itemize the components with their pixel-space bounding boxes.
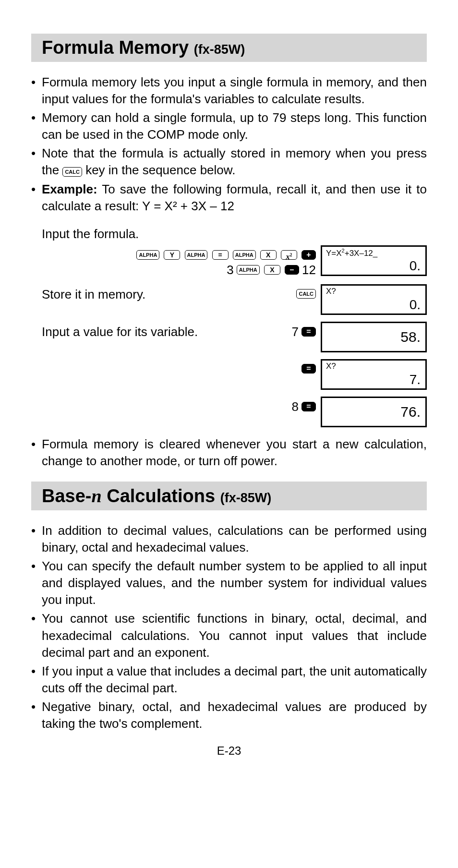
x-squared-key-icon: x2 xyxy=(281,250,297,260)
exe-key-icon: = xyxy=(301,327,316,337)
key-sequence-2: CALC xyxy=(296,284,321,300)
page-number: E-23 xyxy=(31,744,427,758)
store-label: Store it in memory. xyxy=(42,284,296,302)
bullet3-post: key in the sequence below. xyxy=(82,163,235,177)
alpha-key-icon: ALPHA xyxy=(237,265,260,275)
exe-key-icon: = xyxy=(301,402,316,411)
section-formula-memory-title: Formula Memory (fx-85W) xyxy=(31,34,427,62)
key-sequence-5: 8 = xyxy=(291,397,321,414)
equals-key-icon: = xyxy=(212,250,229,260)
minus-key-icon: – xyxy=(285,265,299,275)
title-pre: Base- xyxy=(42,486,92,506)
calc-key-icon: CALC xyxy=(62,167,82,177)
display-top: X? xyxy=(326,362,422,371)
y-key-icon: Y xyxy=(164,250,180,260)
display-value: 7. xyxy=(410,372,421,387)
bullet-item: Negative binary, octal, and hexadecimal … xyxy=(31,699,427,732)
exe-key-icon: = xyxy=(301,364,316,374)
formula-memory-clear-bullet: Formula memory is cleared whenever you s… xyxy=(31,436,427,470)
bullet-item: Memory can hold a single formula, up to … xyxy=(31,109,427,143)
calc-key-icon: CALC xyxy=(296,289,316,299)
display-value: 76. xyxy=(400,404,421,420)
bullet-item: If you input a value that includes a dec… xyxy=(31,663,427,697)
calc-display-5: 76. xyxy=(321,397,427,427)
bullet-item: Formula memory is cleared whenever you s… xyxy=(31,436,427,470)
digit-3: 3 xyxy=(227,263,233,277)
display-top: Y=X2+3X–12_ xyxy=(326,248,422,258)
calc-display-3: 58. xyxy=(321,322,427,352)
title-model: (fx-85W) xyxy=(194,42,245,57)
bullet-item: Formula memory lets you input a single f… xyxy=(31,74,427,108)
plus-key-icon: + xyxy=(301,250,316,260)
key-sequence-4: = xyxy=(301,359,321,374)
x-key-icon: X xyxy=(260,250,277,260)
calc-display-1: Y=X2+3X–12_ 0. xyxy=(321,245,427,276)
display-value: 0. xyxy=(410,258,421,274)
calc-display-2: X? 0. xyxy=(321,284,427,315)
alpha-key-icon: ALPHA xyxy=(136,250,159,260)
key-sequence-3: 7 = xyxy=(291,322,321,339)
bullet-item: Note that the formula is actually stored… xyxy=(31,145,427,179)
example-bullet: Example: To save the following formula, … xyxy=(31,181,427,215)
bullet-item: You cannot use scientific functions in b… xyxy=(31,610,427,661)
sequence-area: ALPHA Y ALPHA = ALPHA X x2 + 3 ALPHA X –… xyxy=(42,245,427,427)
example-text: To save the following formula, recall it… xyxy=(42,182,427,213)
key-sequence-1: ALPHA Y ALPHA = ALPHA X x2 + 3 ALPHA X –… xyxy=(136,245,321,277)
title-post: Calculations xyxy=(102,486,220,506)
display-value: 58. xyxy=(400,329,421,345)
formula-memory-bullets: Formula memory lets you input a single f… xyxy=(31,74,427,215)
digit-12: 12 xyxy=(302,263,316,277)
display-value: 0. xyxy=(410,297,421,313)
x-key-icon: X xyxy=(264,265,280,275)
base-n-bullets: In addition to decimal values, calculati… xyxy=(31,522,427,732)
digit-7: 7 xyxy=(291,325,298,339)
title-main: Formula Memory xyxy=(42,37,194,58)
title-model: (fx-85W) xyxy=(220,491,272,505)
example-label: Example: xyxy=(42,182,97,196)
alpha-key-icon: ALPHA xyxy=(233,250,256,260)
digit-8: 8 xyxy=(291,399,298,414)
display-top: X? xyxy=(326,287,422,296)
calc-display-4: X? 7. xyxy=(321,359,427,390)
section-base-n-title: Base-n Calculations (fx-85W) xyxy=(31,482,427,510)
alpha-key-icon: ALPHA xyxy=(185,250,208,260)
bullet-item: You can specify the default number syste… xyxy=(31,558,427,608)
input-formula-label: Input the formula. xyxy=(42,227,427,241)
bullet-item: In addition to decimal values, calculati… xyxy=(31,522,427,556)
title-n: n xyxy=(92,486,102,506)
value-label: Input a value for its variable. xyxy=(42,322,291,339)
